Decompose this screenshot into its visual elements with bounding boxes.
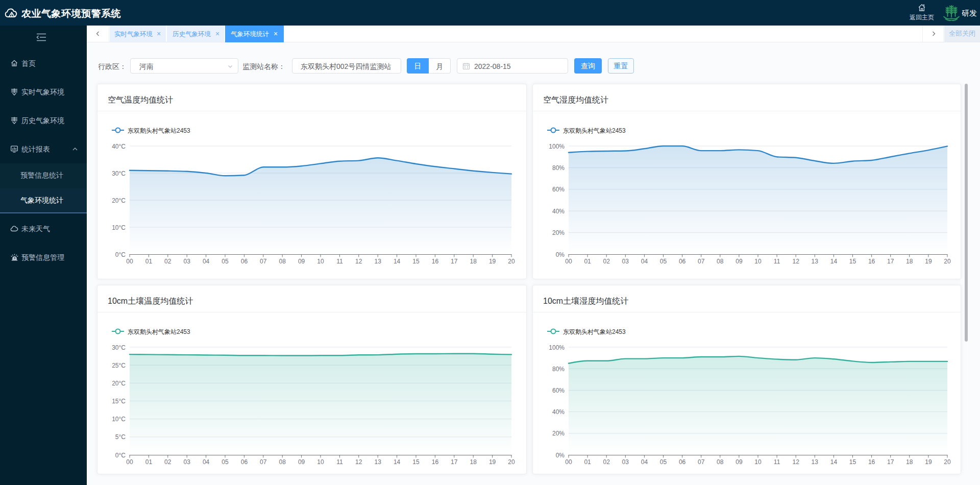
svg-text:东双鹅头村气象站2453: 东双鹅头村气象站2453 xyxy=(128,127,190,134)
svg-text:11: 11 xyxy=(336,458,343,466)
svg-text:02: 02 xyxy=(603,258,610,265)
svg-text:10: 10 xyxy=(317,258,324,265)
svg-text:03: 03 xyxy=(622,458,629,466)
svg-text:04: 04 xyxy=(641,458,648,466)
svg-text:13: 13 xyxy=(375,458,382,466)
svg-text:00: 00 xyxy=(565,458,572,466)
svg-text:09: 09 xyxy=(298,258,305,265)
svg-text:19: 19 xyxy=(489,258,496,265)
svg-text:01: 01 xyxy=(584,458,591,466)
svg-text:05: 05 xyxy=(222,458,229,466)
svg-text:10cm土壤湿度均值统计: 10cm土壤湿度均值统计 xyxy=(543,297,628,305)
svg-text:19: 19 xyxy=(925,258,932,265)
svg-text:02: 02 xyxy=(164,258,172,265)
svg-text:60%: 60% xyxy=(552,186,565,193)
svg-text:10°C: 10°C xyxy=(112,416,126,423)
svg-text:东双鹅头村气象站2453: 东双鹅头村气象站2453 xyxy=(563,127,626,134)
svg-text:20°C: 20°C xyxy=(112,380,126,387)
svg-text:09: 09 xyxy=(736,458,743,466)
svg-text:40%: 40% xyxy=(552,408,565,416)
svg-text:03: 03 xyxy=(184,458,191,466)
svg-text:03: 03 xyxy=(184,258,191,265)
svg-text:20°C: 20°C xyxy=(112,197,126,204)
svg-text:09: 09 xyxy=(298,458,305,466)
svg-text:80%: 80% xyxy=(552,164,565,172)
svg-text:07: 07 xyxy=(698,258,705,265)
svg-text:09: 09 xyxy=(736,258,743,265)
svg-text:04: 04 xyxy=(203,258,210,265)
svg-text:15: 15 xyxy=(849,258,856,265)
svg-text:20: 20 xyxy=(508,458,515,466)
svg-text:0°C: 0°C xyxy=(115,251,126,258)
svg-text:03: 03 xyxy=(622,258,629,265)
svg-text:10°C: 10°C xyxy=(112,224,126,231)
svg-text:100%: 100% xyxy=(549,143,565,150)
svg-text:13: 13 xyxy=(375,258,382,265)
svg-text:18: 18 xyxy=(470,458,477,466)
svg-text:01: 01 xyxy=(145,258,153,265)
svg-text:18: 18 xyxy=(906,258,913,265)
svg-text:30°C: 30°C xyxy=(112,170,126,177)
svg-text:10: 10 xyxy=(317,458,324,466)
svg-text:60%: 60% xyxy=(552,387,565,394)
svg-text:16: 16 xyxy=(432,258,439,265)
svg-text:15: 15 xyxy=(412,258,420,265)
svg-text:06: 06 xyxy=(241,458,248,466)
svg-text:00: 00 xyxy=(126,258,133,265)
svg-text:17: 17 xyxy=(451,258,458,265)
svg-text:07: 07 xyxy=(260,258,267,265)
svg-text:02: 02 xyxy=(603,458,610,466)
svg-text:东双鹅头村气象站2453: 东双鹅头村气象站2453 xyxy=(563,328,626,335)
svg-text:08: 08 xyxy=(279,458,286,466)
svg-text:15°C: 15°C xyxy=(112,398,126,405)
svg-text:0%: 0% xyxy=(556,251,565,258)
svg-text:11: 11 xyxy=(774,258,780,265)
svg-text:14: 14 xyxy=(830,258,838,265)
svg-text:空气湿度均值统计: 空气湿度均值统计 xyxy=(543,95,608,104)
svg-text:16: 16 xyxy=(432,458,439,466)
svg-text:空气温度均值统计: 空气温度均值统计 xyxy=(108,95,173,104)
svg-text:06: 06 xyxy=(679,458,686,466)
svg-text:东双鹅头村气象站2453: 东双鹅头村气象站2453 xyxy=(128,328,190,335)
svg-text:18: 18 xyxy=(470,258,477,265)
svg-text:14: 14 xyxy=(394,258,401,265)
svg-text:10: 10 xyxy=(754,458,762,466)
svg-text:20: 20 xyxy=(944,458,951,466)
svg-text:02: 02 xyxy=(164,458,172,466)
svg-text:08: 08 xyxy=(279,258,286,265)
svg-text:14: 14 xyxy=(394,458,401,466)
svg-text:20%: 20% xyxy=(552,430,565,437)
svg-text:08: 08 xyxy=(717,458,724,466)
svg-text:15: 15 xyxy=(849,458,856,466)
svg-text:12: 12 xyxy=(355,258,362,265)
svg-text:30°C: 30°C xyxy=(112,344,126,351)
svg-text:05: 05 xyxy=(222,258,229,265)
svg-text:15: 15 xyxy=(412,458,420,466)
svg-text:40°C: 40°C xyxy=(112,143,126,150)
svg-text:04: 04 xyxy=(203,458,210,466)
svg-text:16: 16 xyxy=(868,258,875,265)
svg-text:13: 13 xyxy=(812,458,819,466)
svg-text:12: 12 xyxy=(793,258,800,265)
svg-text:10: 10 xyxy=(754,258,762,265)
svg-text:11: 11 xyxy=(336,258,343,265)
svg-text:0%: 0% xyxy=(556,452,565,459)
svg-text:19: 19 xyxy=(489,458,496,466)
svg-text:11: 11 xyxy=(774,458,780,466)
svg-text:05: 05 xyxy=(660,458,667,466)
svg-text:07: 07 xyxy=(698,458,705,466)
svg-text:08: 08 xyxy=(717,258,724,265)
svg-text:05: 05 xyxy=(660,258,667,265)
svg-text:01: 01 xyxy=(145,458,153,466)
svg-text:18: 18 xyxy=(906,458,913,466)
svg-text:14: 14 xyxy=(830,458,838,466)
svg-text:0°C: 0°C xyxy=(115,452,126,459)
svg-text:00: 00 xyxy=(565,258,572,265)
svg-text:19: 19 xyxy=(925,458,932,466)
svg-text:00: 00 xyxy=(126,458,133,466)
svg-text:80%: 80% xyxy=(552,366,565,373)
svg-text:06: 06 xyxy=(241,258,248,265)
svg-text:07: 07 xyxy=(260,458,267,466)
svg-text:16: 16 xyxy=(868,458,875,466)
svg-text:20%: 20% xyxy=(552,229,565,236)
